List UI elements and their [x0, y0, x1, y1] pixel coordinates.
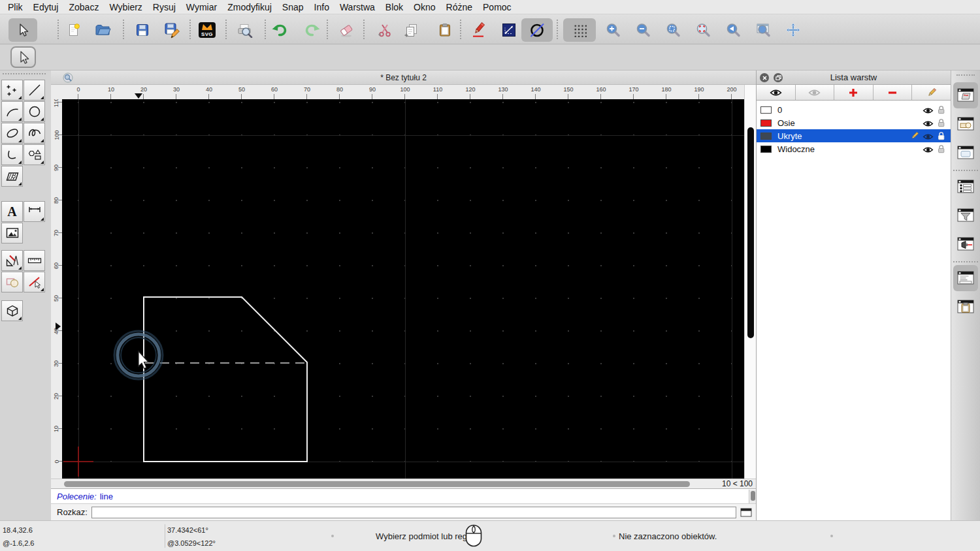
menu-item[interactable]: Okno	[408, 2, 440, 12]
drawing-canvas[interactable]	[62, 99, 744, 479]
points-tool-button[interactable]	[1, 80, 23, 101]
command-input[interactable]	[91, 507, 736, 518]
history-scrollbar-thumb[interactable]	[751, 491, 755, 501]
print-preview-icon	[237, 22, 253, 38]
menu-item[interactable]: Warstwa	[335, 2, 380, 12]
shapes-tool-button[interactable]	[24, 144, 45, 165]
zoom-in-button[interactable]	[601, 18, 625, 42]
ellipse-tool-button[interactable]	[1, 123, 23, 144]
layer-visibility-toggle[interactable]	[923, 146, 934, 155]
dimension-tool-button[interactable]	[497, 18, 521, 42]
draw-edit-button[interactable]	[467, 18, 491, 42]
solid-tool-button[interactable]	[1, 300, 23, 321]
block-list-dock-button[interactable]	[953, 111, 978, 137]
arc-tool-button[interactable]	[1, 101, 23, 122]
layer-row[interactable]: Osie	[757, 116, 951, 129]
hide-all-layers-button[interactable]	[796, 85, 835, 100]
layer-visibility-toggle[interactable]	[923, 119, 934, 129]
remove-layer-button[interactable]	[874, 85, 913, 100]
close-panel-button[interactable]	[760, 73, 769, 82]
image-tool-button[interactable]	[1, 223, 23, 244]
menu-item[interactable]: Zobacz	[63, 2, 104, 12]
menu-item[interactable]: Wymiar	[181, 2, 222, 12]
view-dock-button[interactable]	[953, 231, 978, 257]
construction-layer-button[interactable]	[521, 18, 553, 42]
layer-row[interactable]: 0	[757, 103, 951, 116]
modify-tool-button[interactable]	[1, 250, 23, 271]
redo-button[interactable]	[301, 18, 324, 42]
layer-lock-toggle[interactable]	[938, 131, 945, 142]
menu-item[interactable]: Plik	[3, 2, 28, 12]
vertical-scrollbar[interactable]	[744, 85, 756, 479]
h-ruler-label: 80	[323, 86, 356, 93]
command-window-toggle-button[interactable]	[739, 507, 753, 518]
layer-lock-toggle[interactable]	[938, 105, 945, 116]
float-panel-button[interactable]	[774, 73, 783, 82]
paste-button[interactable]	[433, 18, 457, 42]
menu-item[interactable]: Info	[309, 2, 335, 12]
horizontal-scrollbar-thumb[interactable]	[64, 481, 690, 487]
show-all-layers-button[interactable]	[757, 85, 796, 100]
menu-item[interactable]: Zmodyfikuj	[222, 2, 277, 12]
circle-tool-button[interactable]	[24, 101, 45, 122]
polyline-tool-button[interactable]	[1, 144, 23, 165]
layer-visibility-toggle[interactable]	[923, 106, 934, 116]
delete-button[interactable]	[335, 18, 358, 42]
grid-toggle-button[interactable]	[563, 18, 596, 42]
line-tool-button[interactable]	[24, 80, 45, 101]
zoom-selection-button[interactable]	[691, 18, 715, 42]
selection-filter-dock-button[interactable]	[953, 202, 978, 228]
copy-button[interactable]	[400, 18, 423, 42]
layer-lock-toggle[interactable]	[938, 144, 945, 155]
menu-item[interactable]: Rysuj	[148, 2, 181, 12]
add-layer-button[interactable]	[834, 85, 874, 100]
cut-button[interactable]	[373, 18, 397, 42]
trim-tool-button[interactable]	[24, 272, 45, 292]
hide-all-eye-icon	[808, 89, 821, 97]
menu-item[interactable]: Wybierz	[104, 2, 147, 12]
layer-edit-indicator[interactable]	[910, 131, 919, 142]
zoom-fit-button[interactable]	[661, 18, 685, 42]
selection-list-dock-button[interactable]	[953, 174, 978, 200]
spline-tool-button[interactable]	[24, 123, 45, 144]
vertical-scrollbar-thumb[interactable]	[747, 127, 754, 338]
undo-button[interactable]	[268, 18, 291, 42]
select-tool-button[interactable]	[8, 18, 37, 42]
zoom-out-button[interactable]	[631, 18, 655, 42]
zoom-previous-button[interactable]	[721, 18, 745, 42]
zoom-range-label: 10 < 100	[722, 479, 753, 489]
save-as-button[interactable]	[160, 18, 184, 42]
text-tool-button[interactable]: A	[1, 201, 23, 222]
property-editor-dock-button[interactable]	[953, 140, 978, 166]
hatch-tool-button[interactable]	[1, 166, 23, 187]
print-preview-button[interactable]	[233, 18, 257, 42]
layer-row[interactable]: Widoczne	[757, 142, 951, 155]
pointer-tool-button[interactable]	[10, 46, 36, 68]
command-line-dock-button[interactable]	[953, 265, 978, 291]
menu-item[interactable]: Edytuj	[28, 2, 64, 12]
save-button[interactable]	[131, 18, 154, 42]
layer-list-dock-button[interactable]	[953, 82, 978, 108]
zoom-window-button[interactable]	[751, 18, 775, 42]
edit-layer-button[interactable]	[912, 85, 951, 100]
menu-item[interactable]: Różne	[441, 2, 478, 12]
measure-tool-button[interactable]	[24, 250, 45, 271]
select-region-tool-button[interactable]	[1, 272, 23, 292]
menu-item[interactable]: Snap	[277, 2, 309, 12]
history-scrollbar[interactable]	[749, 490, 756, 503]
menu-item[interactable]: Pomoc	[478, 2, 517, 12]
h-ruler-label: 10	[95, 86, 127, 93]
open-file-button[interactable]	[91, 18, 115, 42]
horizontal-scrollbar[interactable]: 10 < 100	[51, 479, 756, 488]
layer-row-selected[interactable]: Ukryte	[757, 129, 951, 142]
new-file-button[interactable]	[62, 18, 86, 42]
layer-visibility-toggle[interactable]	[923, 133, 934, 142]
menu-item[interactable]: Blok	[380, 2, 408, 12]
document-titlebar[interactable]: * Bez tytułu 2	[51, 71, 756, 85]
clipboard-dock-button[interactable]	[953, 294, 978, 320]
layer-lock-toggle[interactable]	[938, 118, 945, 129]
zoom-pan-button[interactable]	[781, 18, 805, 42]
svg-export-button[interactable]: SVG	[195, 18, 219, 42]
submenu-corner	[41, 96, 44, 99]
dimension-tool-button[interactable]	[24, 201, 45, 222]
